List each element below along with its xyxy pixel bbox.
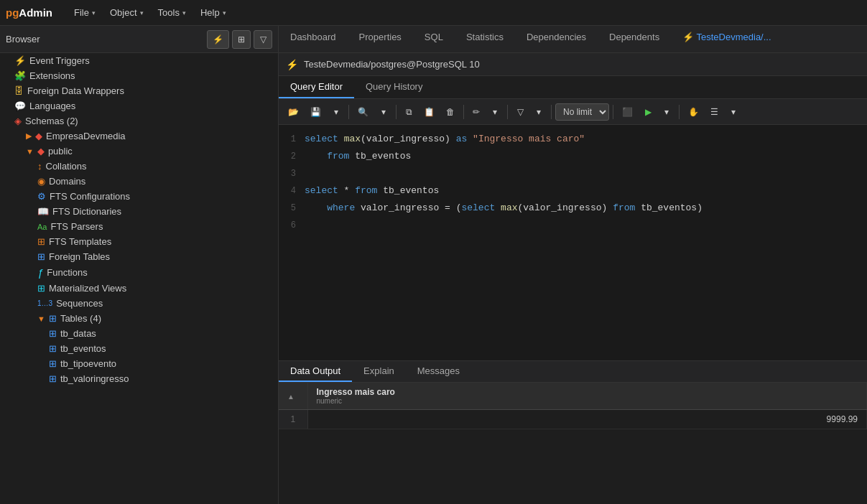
sidebar-item-fts-configurations[interactable]: ⚙ FTS Configurations	[0, 189, 278, 204]
sidebar-item-languages[interactable]: 💬 Languages	[0, 98, 278, 113]
sidebar-item-tb-tipoevento[interactable]: ⊞ tb_tipoevento	[0, 356, 278, 371]
sidebar-item-foreign-tables[interactable]: ⊞ Foreign Tables	[0, 249, 278, 264]
results-tab-data-output[interactable]: Data Output	[279, 361, 352, 382]
file-chevron-icon: ▾	[92, 9, 96, 17]
edit-btn[interactable]: ✏	[468, 103, 485, 121]
table-row[interactable]: 1 9999.99	[279, 410, 867, 429]
help-chevron-icon: ▾	[223, 9, 226, 17]
app-logo: pgAdmin	[6, 6, 52, 19]
toolbar-sep-1	[348, 105, 349, 119]
browser-refresh-btn[interactable]: ⚡	[207, 30, 229, 49]
code-line-4: 4 select * from tb_eventos	[279, 182, 867, 200]
tb-eventos-icon: ⊞	[49, 343, 57, 354]
logo-admin: Admin	[19, 6, 52, 19]
column-name: Ingresso mais caro	[317, 387, 858, 397]
paste-btn[interactable]: 📋	[419, 103, 440, 121]
sidebar-item-domains[interactable]: ◉ Domains	[0, 174, 278, 189]
connection-icon: ⚡	[286, 59, 298, 70]
tab-dependents[interactable]: Dependents	[598, 26, 671, 52]
fts-dict-icon: 📖	[37, 206, 49, 217]
row-limit-select[interactable]: No limit	[555, 103, 609, 121]
code-line-2: 2 from tb_eventos	[279, 148, 867, 165]
find-btn[interactable]: 🔍	[353, 103, 374, 121]
tab-query-editor[interactable]: Query Editor	[279, 76, 354, 98]
empresa-expand-icon: ▶	[26, 131, 32, 141]
sidebar-item-tb-valoringresso[interactable]: ⊞ tb_valoringresso	[0, 371, 278, 386]
tab-properties[interactable]: Properties	[348, 26, 413, 52]
toolbar-sep-2	[396, 105, 397, 119]
domains-icon: ◉	[37, 176, 45, 187]
schemas-icon: ◈	[14, 116, 22, 126]
open-file-btn[interactable]: 📂	[283, 103, 304, 121]
save-btn[interactable]: 💾	[305, 103, 326, 121]
results-area: Data Output Explain Messages ▲ Ingresso …	[279, 360, 867, 504]
results-tab-explain[interactable]: Explain	[352, 361, 406, 382]
code-line-5: 5 where valor_ingresso = (select max(val…	[279, 200, 867, 217]
menu-file[interactable]: File ▾	[67, 4, 103, 21]
sidebar-item-tb-datas[interactable]: ⊞ tb_datas	[0, 326, 278, 341]
copy-rows-btn[interactable]: ⧉	[400, 103, 417, 121]
sidebar-item-functions[interactable]: ƒ Functions	[0, 264, 278, 281]
toolbar-sep-6	[613, 105, 613, 119]
hand-btn[interactable]: ✋	[683, 103, 704, 121]
sidebar-item-fts-templates[interactable]: ⊞ FTS Templates	[0, 234, 278, 249]
save-chevron-btn[interactable]: ▾	[328, 103, 345, 121]
column-header-ingresso[interactable]: Ingresso mais caro numeric	[307, 383, 867, 410]
foreign-data-wrappers-icon: 🗄	[14, 85, 24, 96]
sidebar-item-tables[interactable]: ▼ ⊞ Tables (4)	[0, 311, 278, 326]
sidebar-item-tb-eventos[interactable]: ⊞ tb_eventos	[0, 341, 278, 356]
sidebar-item-fts-dictionaries[interactable]: 📖 FTS Dictionaries	[0, 204, 278, 219]
tb-valoringresso-icon: ⊞	[49, 373, 57, 384]
fts-parsers-icon: Aa	[37, 223, 47, 231]
tab-statistics[interactable]: Statistics	[455, 26, 515, 52]
filter-btn[interactable]: ▽	[511, 103, 529, 121]
find-chevron-btn[interactable]: ▾	[375, 103, 392, 121]
functions-icon: ƒ	[37, 266, 43, 279]
delete-btn[interactable]: 🗑	[441, 103, 460, 121]
sidebar-item-public[interactable]: ▼ ◆ public	[0, 144, 278, 159]
menu-help[interactable]: Help ▾	[193, 4, 233, 21]
filter-chevron-btn[interactable]: ▾	[530, 103, 547, 121]
sidebar-item-materialized-views[interactable]: ⊞ Materialized Views	[0, 281, 278, 296]
sidebar-item-fts-parsers[interactable]: Aa FTS Parsers	[0, 219, 278, 234]
code-editor[interactable]: 1 select max(valor_ingresso) as "Ingress…	[279, 125, 867, 360]
toolbar-sep-5	[551, 105, 552, 119]
code-line-1: 1 select max(valor_ingresso) as "Ingress…	[279, 131, 867, 148]
menu-bar: pgAdmin File ▾ Object ▾ Tools ▾ Help ▾	[0, 0, 867, 26]
browser-filter-btn[interactable]: ▽	[254, 30, 272, 49]
collations-icon: ↕	[37, 161, 42, 172]
view-btn[interactable]: ☰	[705, 103, 723, 121]
run-chevron-btn[interactable]: ▾	[658, 103, 675, 121]
tab-connection[interactable]: ⚡ TesteDevmedia/...	[671, 26, 782, 52]
sidebar-item-event-triggers[interactable]: ⚡ Event Triggers	[0, 53, 278, 68]
menu-tools[interactable]: Tools ▾	[151, 4, 193, 21]
public-icon: ◆	[37, 146, 45, 157]
tab-query-history[interactable]: Query History	[354, 76, 434, 98]
tools-chevron-icon: ▾	[182, 9, 186, 17]
stop-btn[interactable]: ⬛	[617, 103, 638, 121]
sidebar-item-extensions[interactable]: 🧩 Extensions	[0, 68, 278, 83]
sidebar-item-collations[interactable]: ↕ Collations	[0, 159, 278, 174]
menu-object[interactable]: Object ▾	[103, 4, 151, 21]
sidebar-item-foreign-data-wrappers[interactable]: 🗄 Foreign Data Wrappers	[0, 83, 278, 98]
logo-pg: pg	[6, 6, 19, 19]
code-line-3: 3	[279, 165, 867, 182]
sidebar-item-schemas[interactable]: ◈ Schemas (2)	[0, 113, 278, 129]
tab-dashboard[interactable]: Dashboard	[279, 26, 348, 52]
fts-config-icon: ⚙	[37, 191, 46, 202]
run-btn[interactable]: ▶	[639, 103, 657, 121]
tab-dependencies[interactable]: Dependencies	[515, 26, 598, 52]
browser-grid-btn[interactable]: ⊞	[232, 30, 251, 49]
tab-sql[interactable]: SQL	[413, 26, 455, 52]
results-tab-messages[interactable]: Messages	[406, 361, 471, 382]
tb-tipoevento-icon: ⊞	[49, 358, 57, 369]
query-toolbar: 📂 💾 ▾ 🔍 ▾ ⧉ 📋 🗑 ✏ ▾ ▽ ▾ No limit ⬛ ▶ ▾	[279, 99, 867, 125]
sequences-icon: 1…3	[37, 299, 52, 307]
sidebar-item-empresa-devmedia[interactable]: ▶ ◆ EmpresaDevmedia	[0, 129, 278, 144]
tables-icon: ⊞	[49, 313, 57, 324]
edit-chevron-btn[interactable]: ▾	[486, 103, 504, 121]
sidebar-item-sequences[interactable]: 1…3 Sequences	[0, 296, 278, 311]
results-table: ▲ Ingresso mais caro numeric	[279, 383, 867, 429]
more-btn[interactable]: ▾	[725, 103, 742, 121]
right-panel: ⚡ TesteDevmedia/postgres@PostgreSQL 10 Q…	[279, 53, 867, 504]
